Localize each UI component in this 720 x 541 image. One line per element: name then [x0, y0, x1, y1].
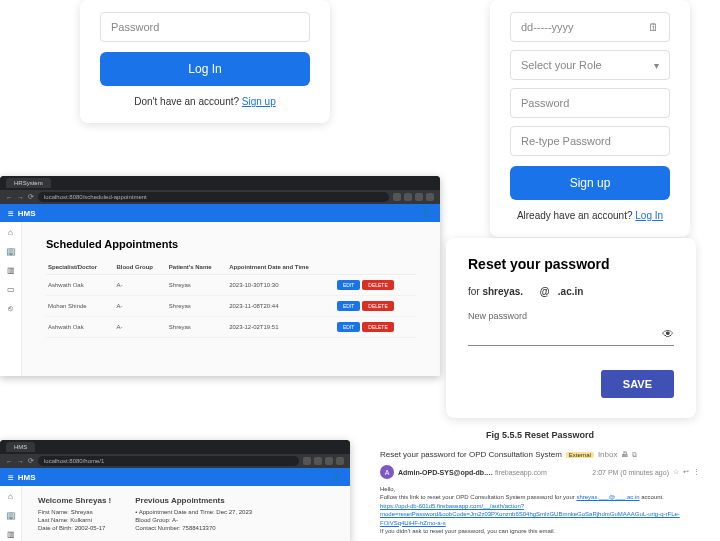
table-row: Ashwath Oak A- Shreyas 2023-12-02T19:51 … [46, 317, 416, 338]
menu-icon[interactable]: ≡ [8, 472, 14, 483]
welcome-column: Welcome Shreyas ! First Name: Shreyas La… [38, 496, 111, 531]
page-title: Scheduled Appointments [46, 238, 416, 250]
external-badge: External [566, 452, 594, 458]
url-icons [393, 193, 434, 201]
tab-bar: HRSystem [0, 176, 440, 190]
reload-icon[interactable]: ⟳ [28, 457, 34, 465]
table-row: Mohan Shinde A- Shreyas 2023-11-08T20:44… [46, 296, 416, 317]
delete-button[interactable]: DELETE [362, 280, 393, 290]
signup-password-field[interactable]: Password [510, 88, 670, 118]
menu-icon[interactable]: ≡ [8, 208, 14, 219]
calendar-icon[interactable]: ▥ [7, 266, 15, 275]
reset-title: Reset your password [468, 256, 674, 272]
table-row: Ashwath Oak A- Shreyas 2023-10-30T10:30 … [46, 275, 416, 296]
forward-icon[interactable]: → [17, 194, 24, 201]
signup-button[interactable]: Sign up [510, 166, 670, 200]
browser-tab[interactable]: HRSystem [6, 178, 51, 188]
tab-bar: HMS [0, 440, 350, 454]
edit-button[interactable]: EDIT [337, 280, 360, 290]
calendar-icon[interactable]: ▥ [7, 530, 15, 539]
url-field[interactable]: localhost:8080/home/1 [38, 456, 299, 466]
reload-icon[interactable]: ⟳ [28, 193, 34, 201]
role-select[interactable]: Select your Role ▾ [510, 50, 670, 80]
reset-for-line: for shreyas. @ .ac.in [468, 286, 674, 297]
browser-window-home: HMS ← → ⟳ localhost:8080/home/1 ≡ HMS 👤 … [0, 440, 350, 541]
email-from-row: A Admin-OPD-SYS@opd-db.… firebaseapp.com… [380, 465, 700, 479]
password-placeholder: Password [111, 21, 159, 33]
signup-card: dd-----yyyy 🗓 Select your Role ▾ Passwor… [490, 0, 690, 237]
save-button[interactable]: SAVE [601, 370, 674, 398]
browser-tab[interactable]: HMS [6, 442, 35, 452]
reply-icon[interactable]: ↩ [683, 468, 689, 476]
email-time: 2:07 PM (0 minutes ago) [592, 469, 669, 476]
app-bar: ≡ HMS 👤 [0, 468, 350, 486]
email-snippet: Fig 5.5.5 Reset Password Reset your pass… [380, 430, 700, 535]
login-card: Password Log In Don't have an account? S… [80, 0, 330, 123]
reset-link[interactable]: https://opd-db-601d5.firebaseapp.com/__/… [380, 503, 680, 526]
user-icon[interactable]: 👤 [331, 472, 342, 482]
eye-icon[interactable]: 👁 [662, 327, 674, 341]
email-user-link[interactable]: shreyas.___@___.ac.in [576, 494, 639, 500]
calendar-icon: 🗓 [648, 21, 659, 33]
sidebar: ⌂ 🏢 ▥ ▭ ⎋ [0, 486, 22, 541]
email-subject-row: Reset your password for OPD Consultation… [380, 450, 700, 459]
password-field[interactable]: Password [100, 12, 310, 42]
reset-password-card: Reset your password for shreyas. @ .ac.i… [446, 238, 696, 418]
app-brand: HMS [18, 473, 36, 482]
new-password-field[interactable]: 👁 [468, 323, 674, 346]
user-icon[interactable]: 👤 [421, 208, 432, 218]
more-icon[interactable]: ⋮ [693, 468, 700, 476]
figure-caption: Fig 5.5.5 Reset Password [380, 430, 700, 440]
back-icon[interactable]: ← [6, 458, 13, 465]
back-icon[interactable]: ← [6, 194, 13, 201]
print-icon[interactable]: 🖶 [621, 451, 628, 459]
url-icons [303, 457, 344, 465]
appointments-table: Specialist/Doctor Blood Group Patient's … [46, 260, 416, 338]
chevron-down-icon: ▾ [654, 60, 659, 71]
app-brand: HMS [18, 209, 36, 218]
star-icon[interactable]: ☆ [673, 468, 679, 476]
sidebar: ⌂ 🏢 ▥ ▭ ⎋ [0, 222, 22, 376]
logout-icon[interactable]: ⎋ [8, 304, 13, 313]
avatar: A [380, 465, 394, 479]
home-icon[interactable]: ⌂ [8, 228, 13, 237]
main-content: Scheduled Appointments Specialist/Doctor… [22, 222, 440, 376]
inbox-label: Inbox [598, 450, 618, 459]
dob-field[interactable]: dd-----yyyy 🗓 [510, 12, 670, 42]
url-field[interactable]: localhost:8080/scheduled-appointment [38, 192, 389, 202]
url-bar: ← → ⟳ localhost:8080/home/1 [0, 454, 350, 468]
email-subject: Reset your password for OPD Consultation… [380, 450, 562, 459]
welcome-title: Welcome Shreyas ! [38, 496, 111, 505]
edit-button[interactable]: EDIT [337, 301, 360, 311]
login-link[interactable]: Log In [635, 210, 663, 221]
building-icon[interactable]: 🏢 [6, 247, 16, 256]
building-icon[interactable]: 🏢 [6, 511, 16, 520]
delete-button[interactable]: DELETE [362, 301, 393, 311]
signup-retype-password-field[interactable]: Re-type Password [510, 126, 670, 156]
login-button[interactable]: Log In [100, 52, 310, 86]
new-password-label: New password [468, 311, 674, 321]
login-subtext: Don't have an account? Sign up [100, 96, 310, 107]
prev-title: Previous Appointments [135, 496, 252, 505]
home-icon[interactable]: ⌂ [8, 492, 13, 501]
signup-link[interactable]: Sign up [242, 96, 276, 107]
app-bar: ≡ HMS 👤 [0, 204, 440, 222]
url-bar: ← → ⟳ localhost:8080/scheduled-appointme… [0, 190, 440, 204]
edit-button[interactable]: EDIT [337, 322, 360, 332]
browser-window-appointments: HRSystem ← → ⟳ localhost:8080/scheduled-… [0, 176, 440, 376]
prev-appts-column: Previous Appointments • Appointment Date… [135, 496, 252, 531]
forward-icon[interactable]: → [17, 458, 24, 465]
email-body: Hello, Follow this link to reset your OP… [380, 485, 700, 535]
signup-subtext: Already have an account? Log In [510, 210, 670, 221]
card-icon[interactable]: ▭ [7, 285, 15, 294]
open-icon[interactable]: ⧉ [632, 451, 637, 459]
delete-button[interactable]: DELETE [362, 322, 393, 332]
